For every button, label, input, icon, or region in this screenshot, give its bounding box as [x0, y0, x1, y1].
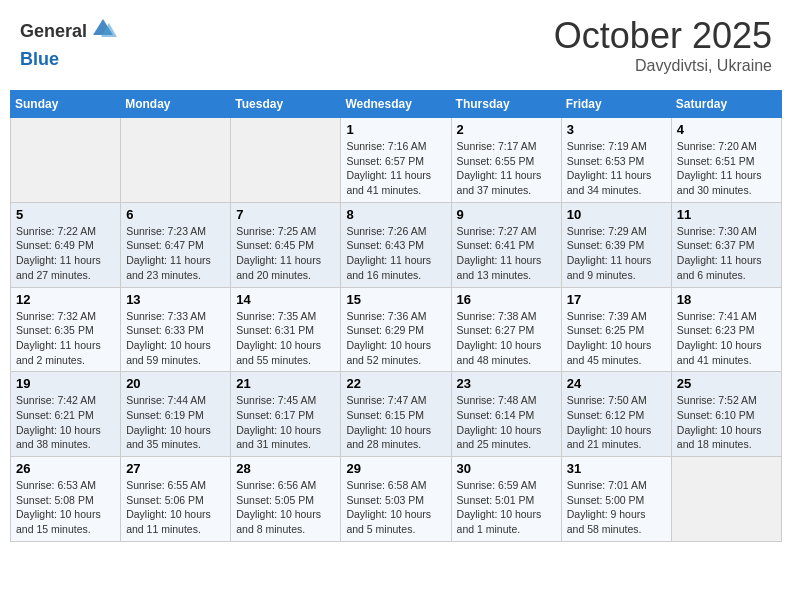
day-info: Sunrise: 7:48 AMSunset: 6:14 PMDaylight:… [457, 393, 556, 452]
page-header: General Blue October 2025 Davydivtsi, Uk… [10, 10, 782, 80]
table-row: 26Sunrise: 6:53 AMSunset: 5:08 PMDayligh… [11, 457, 121, 542]
table-row: 29Sunrise: 6:58 AMSunset: 5:03 PMDayligh… [341, 457, 451, 542]
day-info: Sunrise: 6:58 AMSunset: 5:03 PMDaylight:… [346, 478, 445, 537]
day-number: 20 [126, 376, 225, 391]
col-saturday: Saturday [671, 91, 781, 118]
month-title: October 2025 [554, 15, 772, 57]
table-row: 11Sunrise: 7:30 AMSunset: 6:37 PMDayligh… [671, 202, 781, 287]
logo: General Blue [20, 15, 119, 70]
calendar-week-row: 1Sunrise: 7:16 AMSunset: 6:57 PMDaylight… [11, 118, 782, 203]
day-info: Sunrise: 7:26 AMSunset: 6:43 PMDaylight:… [346, 224, 445, 283]
table-row: 19Sunrise: 7:42 AMSunset: 6:21 PMDayligh… [11, 372, 121, 457]
table-row: 14Sunrise: 7:35 AMSunset: 6:31 PMDayligh… [231, 287, 341, 372]
day-number: 30 [457, 461, 556, 476]
day-number: 26 [16, 461, 115, 476]
day-info: Sunrise: 6:56 AMSunset: 5:05 PMDaylight:… [236, 478, 335, 537]
calendar-table: Sunday Monday Tuesday Wednesday Thursday… [10, 90, 782, 542]
day-number: 25 [677, 376, 776, 391]
day-info: Sunrise: 7:29 AMSunset: 6:39 PMDaylight:… [567, 224, 666, 283]
day-number: 23 [457, 376, 556, 391]
table-row: 1Sunrise: 7:16 AMSunset: 6:57 PMDaylight… [341, 118, 451, 203]
table-row: 5Sunrise: 7:22 AMSunset: 6:49 PMDaylight… [11, 202, 121, 287]
table-row [231, 118, 341, 203]
day-info: Sunrise: 7:32 AMSunset: 6:35 PMDaylight:… [16, 309, 115, 368]
day-number: 17 [567, 292, 666, 307]
day-info: Sunrise: 6:59 AMSunset: 5:01 PMDaylight:… [457, 478, 556, 537]
day-number: 12 [16, 292, 115, 307]
table-row: 17Sunrise: 7:39 AMSunset: 6:25 PMDayligh… [561, 287, 671, 372]
table-row [11, 118, 121, 203]
table-row: 4Sunrise: 7:20 AMSunset: 6:51 PMDaylight… [671, 118, 781, 203]
table-row: 7Sunrise: 7:25 AMSunset: 6:45 PMDaylight… [231, 202, 341, 287]
day-info: Sunrise: 7:39 AMSunset: 6:25 PMDaylight:… [567, 309, 666, 368]
day-number: 27 [126, 461, 225, 476]
calendar-week-row: 19Sunrise: 7:42 AMSunset: 6:21 PMDayligh… [11, 372, 782, 457]
day-number: 13 [126, 292, 225, 307]
day-number: 24 [567, 376, 666, 391]
table-row: 10Sunrise: 7:29 AMSunset: 6:39 PMDayligh… [561, 202, 671, 287]
day-number: 6 [126, 207, 225, 222]
day-number: 1 [346, 122, 445, 137]
calendar-week-row: 26Sunrise: 6:53 AMSunset: 5:08 PMDayligh… [11, 457, 782, 542]
day-number: 11 [677, 207, 776, 222]
table-row: 15Sunrise: 7:36 AMSunset: 6:29 PMDayligh… [341, 287, 451, 372]
table-row: 9Sunrise: 7:27 AMSunset: 6:41 PMDaylight… [451, 202, 561, 287]
table-row: 30Sunrise: 6:59 AMSunset: 5:01 PMDayligh… [451, 457, 561, 542]
table-row: 3Sunrise: 7:19 AMSunset: 6:53 PMDaylight… [561, 118, 671, 203]
day-info: Sunrise: 6:53 AMSunset: 5:08 PMDaylight:… [16, 478, 115, 537]
table-row: 20Sunrise: 7:44 AMSunset: 6:19 PMDayligh… [121, 372, 231, 457]
day-number: 22 [346, 376, 445, 391]
table-row: 22Sunrise: 7:47 AMSunset: 6:15 PMDayligh… [341, 372, 451, 457]
logo-general: General [20, 21, 87, 41]
day-info: Sunrise: 7:25 AMSunset: 6:45 PMDaylight:… [236, 224, 335, 283]
day-number: 28 [236, 461, 335, 476]
table-row: 13Sunrise: 7:33 AMSunset: 6:33 PMDayligh… [121, 287, 231, 372]
day-number: 14 [236, 292, 335, 307]
day-number: 31 [567, 461, 666, 476]
table-row: 12Sunrise: 7:32 AMSunset: 6:35 PMDayligh… [11, 287, 121, 372]
day-number: 9 [457, 207, 556, 222]
day-info: Sunrise: 6:55 AMSunset: 5:06 PMDaylight:… [126, 478, 225, 537]
table-row: 25Sunrise: 7:52 AMSunset: 6:10 PMDayligh… [671, 372, 781, 457]
table-row [671, 457, 781, 542]
day-info: Sunrise: 7:33 AMSunset: 6:33 PMDaylight:… [126, 309, 225, 368]
calendar-week-row: 12Sunrise: 7:32 AMSunset: 6:35 PMDayligh… [11, 287, 782, 372]
day-number: 21 [236, 376, 335, 391]
day-number: 29 [346, 461, 445, 476]
table-row: 27Sunrise: 6:55 AMSunset: 5:06 PMDayligh… [121, 457, 231, 542]
day-number: 19 [16, 376, 115, 391]
day-number: 18 [677, 292, 776, 307]
day-info: Sunrise: 7:38 AMSunset: 6:27 PMDaylight:… [457, 309, 556, 368]
table-row: 21Sunrise: 7:45 AMSunset: 6:17 PMDayligh… [231, 372, 341, 457]
table-row: 24Sunrise: 7:50 AMSunset: 6:12 PMDayligh… [561, 372, 671, 457]
day-info: Sunrise: 7:42 AMSunset: 6:21 PMDaylight:… [16, 393, 115, 452]
table-row: 2Sunrise: 7:17 AMSunset: 6:55 PMDaylight… [451, 118, 561, 203]
col-thursday: Thursday [451, 91, 561, 118]
col-monday: Monday [121, 91, 231, 118]
day-info: Sunrise: 7:52 AMSunset: 6:10 PMDaylight:… [677, 393, 776, 452]
table-row: 16Sunrise: 7:38 AMSunset: 6:27 PMDayligh… [451, 287, 561, 372]
location: Davydivtsi, Ukraine [554, 57, 772, 75]
day-info: Sunrise: 7:45 AMSunset: 6:17 PMDaylight:… [236, 393, 335, 452]
table-row: 31Sunrise: 7:01 AMSunset: 5:00 PMDayligh… [561, 457, 671, 542]
col-wednesday: Wednesday [341, 91, 451, 118]
day-info: Sunrise: 7:35 AMSunset: 6:31 PMDaylight:… [236, 309, 335, 368]
day-info: Sunrise: 7:30 AMSunset: 6:37 PMDaylight:… [677, 224, 776, 283]
day-number: 8 [346, 207, 445, 222]
logo-blue: Blue [20, 49, 59, 69]
day-number: 10 [567, 207, 666, 222]
table-row: 28Sunrise: 6:56 AMSunset: 5:05 PMDayligh… [231, 457, 341, 542]
day-number: 2 [457, 122, 556, 137]
calendar-week-row: 5Sunrise: 7:22 AMSunset: 6:49 PMDaylight… [11, 202, 782, 287]
logo-icon [89, 15, 117, 43]
day-info: Sunrise: 7:22 AMSunset: 6:49 PMDaylight:… [16, 224, 115, 283]
table-row: 8Sunrise: 7:26 AMSunset: 6:43 PMDaylight… [341, 202, 451, 287]
day-info: Sunrise: 7:47 AMSunset: 6:15 PMDaylight:… [346, 393, 445, 452]
table-row [121, 118, 231, 203]
day-info: Sunrise: 7:17 AMSunset: 6:55 PMDaylight:… [457, 139, 556, 198]
table-row: 18Sunrise: 7:41 AMSunset: 6:23 PMDayligh… [671, 287, 781, 372]
col-sunday: Sunday [11, 91, 121, 118]
day-info: Sunrise: 7:41 AMSunset: 6:23 PMDaylight:… [677, 309, 776, 368]
day-number: 16 [457, 292, 556, 307]
day-info: Sunrise: 7:20 AMSunset: 6:51 PMDaylight:… [677, 139, 776, 198]
